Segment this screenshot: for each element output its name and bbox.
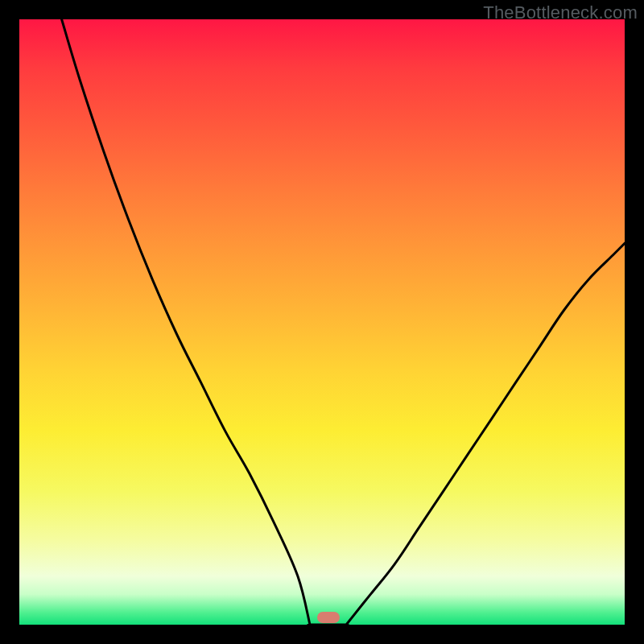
- chart-plot-area: [19, 19, 625, 625]
- bottleneck-curve: [19, 19, 625, 625]
- optimum-marker: [317, 612, 340, 623]
- curve-path: [62, 19, 625, 629]
- watermark-text: TheBottleneck.com: [483, 2, 638, 23]
